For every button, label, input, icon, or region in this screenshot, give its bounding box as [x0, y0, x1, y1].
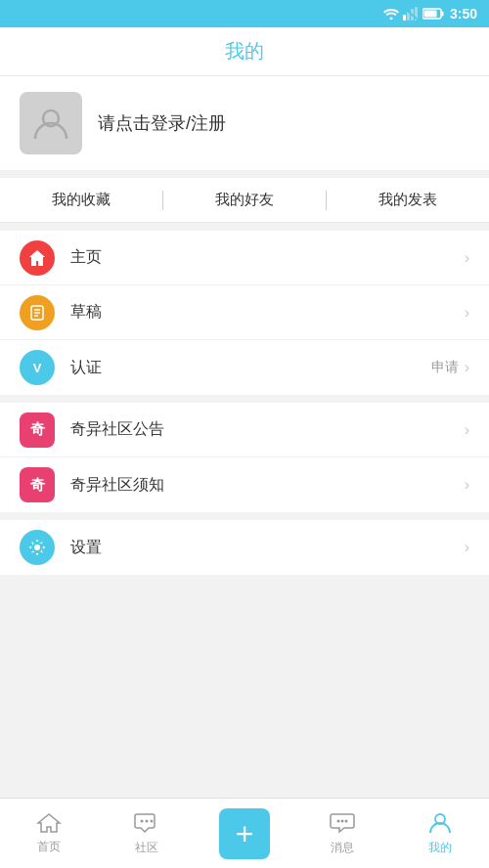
tab-favorites[interactable]: 我的收藏 — [0, 178, 162, 222]
verify-sub: 申请 — [431, 359, 459, 376]
nav-label-home: 首页 — [37, 839, 61, 855]
nav-item-community[interactable]: 社区 — [98, 799, 196, 868]
nav-label-community: 社区 — [135, 840, 158, 856]
svg-rect-0 — [403, 15, 406, 21]
svg-rect-6 — [423, 11, 436, 18]
menu-label-home: 主页 — [70, 247, 465, 268]
tab-friends[interactable]: 我的好友 — [163, 178, 326, 222]
nav-label-messages: 消息 — [331, 840, 354, 856]
chevron-rule: › — [465, 476, 469, 494]
svg-point-20 — [345, 820, 348, 823]
svg-text:V: V — [33, 361, 42, 375]
menu-item-verify[interactable]: V 认证 申请 › — [0, 340, 489, 395]
menu-label-settings: 设置 — [70, 538, 465, 558]
nav-community-icon — [133, 810, 160, 836]
plus-icon: + — [236, 818, 254, 849]
home-icon — [20, 240, 55, 276]
svg-point-16 — [146, 820, 149, 823]
svg-point-19 — [341, 820, 344, 823]
profile-section[interactable]: 请点击登录/注册 — [0, 76, 489, 170]
svg-point-14 — [34, 544, 40, 550]
page-title: 我的 — [225, 38, 264, 65]
menu-group-1: 主页 › 草稿 › V 认证 — [0, 231, 489, 395]
nav-item-mine[interactable]: 我的 — [391, 799, 489, 868]
battery-icon — [422, 8, 444, 20]
menu-label-draft: 草稿 — [70, 302, 465, 323]
tabs-row: 我的收藏 我的好友 我的发表 — [0, 178, 489, 223]
avatar-icon — [31, 104, 70, 143]
menu-item-home[interactable]: 主页 › — [0, 231, 489, 285]
chevron-notice: › — [465, 421, 469, 439]
menu-group-3: 设置 › — [0, 520, 489, 575]
menu-item-rule[interactable]: 奇 奇异社区须知 › — [0, 457, 489, 512]
menu-item-settings[interactable]: 设置 › — [0, 520, 489, 575]
rule-icon: 奇 — [20, 467, 55, 502]
wifi-icon — [383, 8, 399, 20]
menu-item-notice[interactable]: 奇 奇异社区公告 › — [0, 403, 489, 457]
nav-messages-icon — [329, 810, 356, 836]
chevron-settings: › — [465, 539, 469, 556]
signal-icon — [403, 7, 419, 21]
bottom-nav: 首页 社区 + 消息 我的 — [0, 798, 489, 868]
nav-home-icon — [36, 811, 62, 835]
svg-rect-7 — [441, 12, 443, 17]
nav-label-mine: 我的 — [428, 840, 452, 856]
nav-item-add[interactable]: + — [196, 799, 293, 868]
nav-mine-icon — [427, 810, 453, 836]
status-time: 3:50 — [450, 6, 477, 22]
svg-point-18 — [337, 820, 340, 823]
menu-label-rule: 奇异社区须知 — [70, 475, 465, 496]
menu-label-notice: 奇异社区公告 — [70, 419, 465, 440]
svg-point-15 — [141, 820, 144, 823]
status-icons — [383, 7, 444, 21]
login-register-text[interactable]: 请点击登录/注册 — [98, 111, 226, 135]
verify-icon: V — [20, 350, 55, 385]
chevron-home: › — [465, 249, 469, 267]
chevron-draft: › — [465, 304, 469, 322]
menu-group-2: 奇 奇异社区公告 › 奇 奇异社区须知 › — [0, 403, 489, 512]
avatar[interactable] — [20, 92, 82, 154]
main-content: 我的 请点击登录/注册 我的收藏 我的好友 我的发表 — [0, 27, 489, 798]
settings-icon — [20, 530, 55, 565]
nav-item-messages[interactable]: 消息 — [293, 799, 391, 868]
status-bar: 3:50 — [0, 0, 489, 27]
header: 我的 — [0, 27, 489, 76]
chevron-verify: › — [465, 359, 469, 376]
nav-item-home[interactable]: 首页 — [0, 799, 98, 868]
notice-icon: 奇 — [20, 412, 55, 448]
menu-label-verify: 认证 — [70, 358, 431, 378]
add-button[interactable]: + — [219, 808, 270, 859]
svg-point-17 — [151, 820, 154, 823]
menu-item-draft[interactable]: 草稿 › — [0, 285, 489, 340]
tab-posts[interactable]: 我的发表 — [327, 178, 489, 222]
draft-icon — [20, 295, 55, 330]
